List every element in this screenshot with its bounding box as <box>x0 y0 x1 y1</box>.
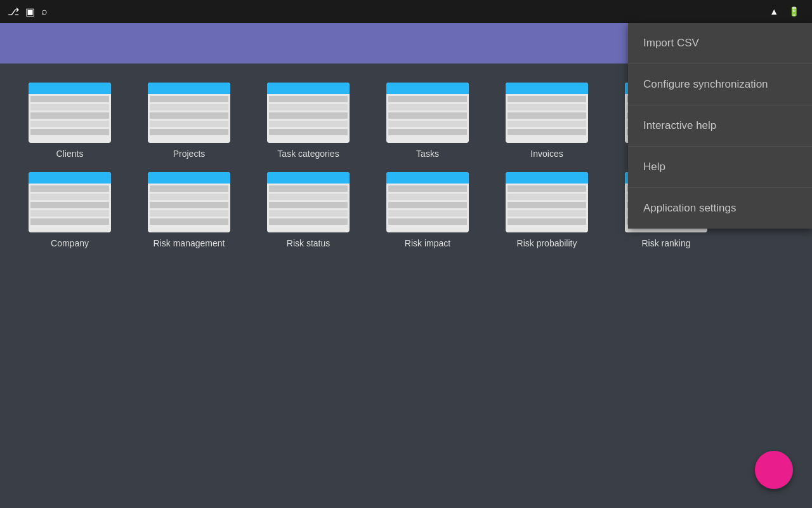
icon-card-risk-impact <box>386 172 469 232</box>
icon-card-risk-probability <box>506 172 588 232</box>
card-row <box>388 112 467 119</box>
card-row <box>508 112 586 119</box>
card-row <box>269 210 348 217</box>
card-header-company <box>29 172 111 184</box>
status-left-icons: ⎇ ▣ ⌕ <box>8 6 48 18</box>
icon-card-task-categories <box>267 83 350 143</box>
card-row <box>30 218 109 225</box>
menu-item-interactive-help[interactable]: Interactive help <box>628 105 812 147</box>
card-row <box>150 104 228 110</box>
card-row <box>508 218 586 225</box>
card-row <box>269 96 348 102</box>
card-header-tasks <box>386 83 469 94</box>
card-row <box>508 210 586 217</box>
card-row <box>508 202 586 208</box>
item-label-clients: Clients <box>56 148 84 159</box>
card-row <box>388 194 467 200</box>
grid-item-tasks[interactable]: Tasks <box>377 83 478 159</box>
card-header-risk-probability <box>506 172 588 184</box>
card-body-risk-probability <box>506 184 588 232</box>
card-row <box>150 96 228 102</box>
card-body-clients <box>29 94 111 143</box>
item-label-risk-status: Risk status <box>287 237 330 249</box>
photo-icon: ▣ <box>25 6 35 18</box>
status-bar: ⎇ ▣ ⌕ ▲ 🔋 <box>0 0 812 23</box>
card-row <box>269 121 348 127</box>
item-label-invoices: Invoices <box>530 148 563 159</box>
card-row <box>30 210 109 217</box>
dropdown-menu: Import CSVConfigure synchronizationInter… <box>628 23 812 229</box>
item-label-projects: Projects <box>173 148 206 159</box>
card-row <box>150 202 228 208</box>
card-row <box>30 96 109 102</box>
icon-card-projects <box>148 83 230 143</box>
item-label-risk-ranking: Risk ranking <box>641 237 690 249</box>
grid-item-risk-status[interactable]: Risk status <box>258 172 359 249</box>
card-row <box>269 104 348 110</box>
card-header-invoices <box>506 83 588 94</box>
grid-item-clients[interactable]: Clients <box>19 83 121 159</box>
card-row <box>388 210 467 217</box>
card-row <box>388 121 467 127</box>
card-row <box>269 218 348 225</box>
grid-item-risk-management[interactable]: Risk management <box>138 172 240 249</box>
card-row <box>388 218 467 225</box>
card-row <box>150 185 228 192</box>
card-body-task-categories <box>267 94 350 143</box>
grid-item-company[interactable]: Company <box>19 172 121 249</box>
card-row <box>508 96 586 102</box>
menu-item-app-settings[interactable]: Application settings <box>628 188 812 229</box>
menu-item-help[interactable]: Help <box>628 147 812 188</box>
battery-icon: 🔋 <box>789 6 799 17</box>
card-row <box>508 104 586 110</box>
card-body-risk-management <box>148 184 230 232</box>
grid-item-risk-probability[interactable]: Risk probability <box>496 172 598 249</box>
icon-card-company <box>29 172 111 232</box>
card-row <box>388 129 467 135</box>
card-row <box>30 112 109 119</box>
card-row <box>30 185 109 192</box>
wifi-icon: ▲ <box>769 6 778 17</box>
card-row <box>388 96 467 102</box>
grid-item-projects[interactable]: Projects <box>138 83 240 159</box>
card-row <box>269 129 348 135</box>
card-row <box>388 202 467 208</box>
card-row <box>269 202 348 208</box>
card-header-projects <box>148 83 230 94</box>
icon-card-risk-status <box>267 172 350 232</box>
grid-item-task-categories[interactable]: Task categories <box>258 83 359 159</box>
item-label-risk-probability: Risk probability <box>517 237 577 249</box>
card-row <box>150 121 228 127</box>
card-row <box>388 185 467 192</box>
status-right: ▲ 🔋 <box>769 6 804 17</box>
card-row <box>508 194 586 200</box>
card-body-tasks <box>386 94 469 143</box>
fab-add-button[interactable] <box>755 451 793 489</box>
card-row <box>269 194 348 200</box>
card-body-risk-status <box>267 184 350 232</box>
card-body-projects <box>148 94 230 143</box>
icon-card-tasks <box>386 83 469 143</box>
card-row <box>30 121 109 127</box>
card-row <box>269 112 348 119</box>
card-row <box>150 112 228 119</box>
card-row <box>150 218 228 225</box>
card-row <box>388 104 467 110</box>
icon-card-clients <box>29 83 111 143</box>
icon-card-risk-management <box>148 172 230 232</box>
card-row <box>508 185 586 192</box>
menu-item-import-csv[interactable]: Import CSV <box>628 23 812 64</box>
card-row <box>269 185 348 192</box>
card-row <box>508 129 586 135</box>
card-row <box>30 129 109 135</box>
grid-item-invoices[interactable]: Invoices <box>496 83 598 159</box>
item-label-risk-impact: Risk impact <box>405 237 450 249</box>
usb-icon: ⎇ <box>8 6 19 18</box>
card-row <box>150 129 228 135</box>
card-row <box>150 210 228 217</box>
icon-card-invoices <box>506 83 588 143</box>
card-row <box>508 121 586 127</box>
menu-item-configure-sync[interactable]: Configure synchronization <box>628 64 812 105</box>
grid-item-risk-impact[interactable]: Risk impact <box>377 172 478 249</box>
item-label-tasks: Tasks <box>416 148 439 159</box>
